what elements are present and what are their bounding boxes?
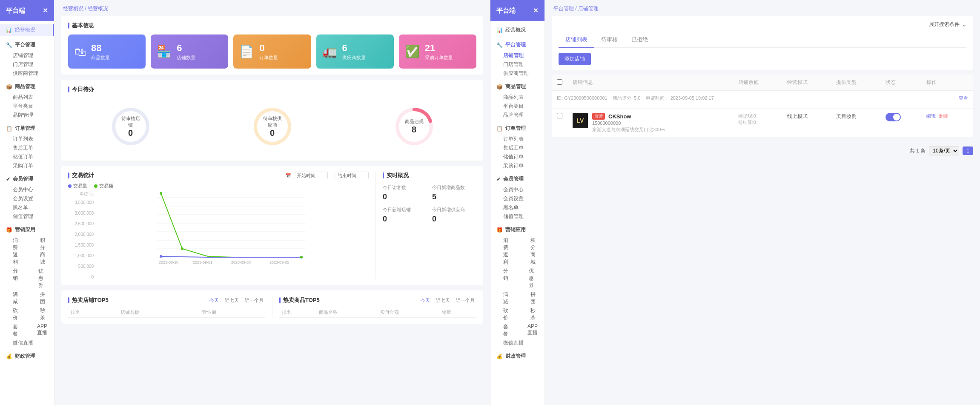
sidebar-item-meal[interactable]: 套餐 — [3, 322, 24, 339]
sidebar-item-brand[interactable]: 品牌管理 — [3, 111, 54, 120]
right-sidebar-item-bargain[interactable]: 砍价 — [494, 306, 518, 322]
store-del-btn[interactable]: 删除 — [939, 113, 948, 119]
right-sidebar-item-points-mall[interactable]: 积分商城 — [521, 236, 545, 267]
right-sidebar-item-meal[interactable]: 套餐 — [494, 322, 515, 339]
goods-tab-today[interactable]: 今天 — [419, 297, 432, 304]
right-sidebar-item-platform-cat[interactable]: 平台类目 — [494, 102, 544, 111]
right-sidebar-item-stored-value[interactable]: 储值管理 — [494, 212, 544, 221]
hot-stores-section: 热卖店铺TOP5 今天 近七天 近一个月 排名 店铺名称 营业额 — [68, 296, 265, 318]
col-mode: 经营模式 — [782, 75, 831, 91]
store-edit-btn[interactable]: 编辑 — [926, 113, 936, 119]
store-status-toggle[interactable] — [885, 113, 901, 121]
right-sidebar-item-store-mgmt[interactable]: 店铺管理 — [494, 51, 544, 60]
search-toggle-btn[interactable]: 展开搜索条件 ⌄ — [929, 21, 966, 28]
orders-label: 订单数量 — [259, 55, 278, 61]
goods-tab-1m[interactable]: 近一个月 — [454, 297, 476, 304]
right-panel: 平台端 ✕ 📊 经营概况 🔧 平台管理 店铺管理 门店管理 供应商管理 — [490, 0, 980, 405]
sidebar-item-member-center[interactable]: 会员中心 — [3, 185, 54, 194]
sidebar-item-points-mall[interactable]: 积分商城 — [31, 236, 54, 267]
sidebar-item-stored-value[interactable]: 储值管理 — [3, 212, 54, 221]
page-btn-1[interactable]: 1 — [963, 146, 973, 155]
right-sidebar-item-supplier-mgmt[interactable]: 供应商管理 — [494, 69, 544, 78]
nav-section-order: 📋 订单管理 订单列表 售后工单 储值订单 采购订单 — [0, 122, 54, 170]
suppliers-stat-info: 6 供应商数量 — [342, 43, 366, 61]
sidebar-item-app-live[interactable]: APP直播 — [28, 322, 54, 339]
sidebar-item-wechat-live[interactable]: 微信直播 — [3, 339, 54, 348]
left-nav: 📊 经营概况 🔧 平台管理 店铺管理 门店管理 供应商管理 📦 — [0, 21, 54, 366]
right-sidebar-item-blacklist[interactable]: 黑名单 — [494, 203, 544, 212]
right-sidebar-item-wechat-live[interactable]: 微信直播 — [494, 339, 544, 348]
tab-rejected[interactable]: 已拒绝 — [625, 32, 655, 48]
sidebar-item-aftersale[interactable]: 售后工单 — [3, 144, 54, 152]
right-sidebar-item-cashback[interactable]: 消费返利 — [494, 236, 518, 267]
right-breadcrumb-current[interactable]: 店铺管理 — [578, 6, 599, 11]
right-sidebar-item-app-live[interactable]: APP直播 — [518, 322, 544, 339]
right-sidebar-item-member-setting[interactable]: 会员设置 — [494, 194, 544, 203]
sidebar-item-bargain[interactable]: 砍价 — [3, 306, 27, 322]
legend-trade-amt: 交易额 — [94, 183, 113, 189]
right-order-subs: 订单列表 售后工单 储值订单 采购订单 — [490, 135, 544, 170]
sidebar-item-platform-cat[interactable]: 平台类目 — [3, 102, 54, 111]
tab-store-list[interactable]: 店铺列表 — [559, 32, 594, 48]
sidebar-item-flash-sale[interactable]: 秒杀 — [31, 306, 54, 322]
store-row-checkbox[interactable] — [557, 113, 562, 118]
sidebar-item-member-setting[interactable]: 会员设置 — [3, 194, 54, 203]
right-sidebar-item-shop-mgmt[interactable]: 门店管理 — [494, 60, 544, 69]
right-sidebar-item-flash-sale[interactable]: 秒杀 — [521, 306, 545, 322]
chart-header: 交易统计 📅 - — [68, 172, 369, 179]
svg-point-21 — [181, 247, 183, 250]
left-collapse-icon[interactable]: ✕ — [43, 7, 48, 14]
goods-col-amount: 实付金额 — [378, 307, 439, 318]
order-subs: 订单列表 售后工单 储值订单 采购订单 — [0, 135, 54, 170]
select-all-checkbox[interactable] — [557, 79, 562, 85]
right-sidebar-item-brand[interactable]: 品牌管理 — [494, 111, 544, 120]
stores-tab-today[interactable]: 今天 — [208, 297, 221, 304]
date-start-input[interactable] — [294, 172, 328, 179]
sidebar-item-full-discount[interactable]: 满减 — [3, 290, 27, 306]
left-main: 经营概况 / 经营概况 基本信息 🛍 88 商品数量 🏪 6 — [54, 0, 490, 405]
right-sidebar-item-overview[interactable]: 📊 经营概况 — [490, 24, 544, 36]
store-id-label: ID: — [557, 95, 564, 101]
legend-amt-label: 交易额 — [99, 183, 113, 189]
right-sidebar-item-group-buy[interactable]: 拼团 — [521, 290, 545, 306]
sidebar-item-order-list[interactable]: 订单列表 — [3, 135, 54, 144]
page-size-select[interactable]: 10条/页 20条/页 — [929, 146, 959, 155]
sidebar-item-store-mgmt[interactable]: 店铺管理 — [3, 51, 54, 60]
sidebar-item-distribution[interactable]: 分销 — [3, 267, 26, 290]
goods-subs: 商品列表 平台类目 品牌管理 — [0, 93, 54, 120]
right-sidebar-item-order-list[interactable]: 订单列表 — [494, 135, 544, 144]
right-sidebar-item-goods-list[interactable]: 商品列表 — [494, 93, 544, 102]
right-collapse-icon[interactable]: ✕ — [533, 7, 539, 14]
sidebar-item-stored-order[interactable]: 储值订单 — [3, 152, 54, 161]
breadcrumb-current[interactable]: 经营概况 — [88, 6, 108, 11]
right-sidebar-item-coupon[interactable]: 优惠券 — [519, 267, 544, 290]
todo-circle-store-label: 待审核店铺 0 — [120, 115, 141, 138]
sidebar-item-cashback[interactable]: 消费返利 — [3, 236, 27, 267]
date-end-input[interactable] — [335, 172, 369, 179]
hot-stores-time-tabs: 今天 近七天 近一个月 — [208, 297, 265, 304]
right-sidebar-item-purchase-order[interactable]: 采购订单 — [494, 161, 544, 170]
sidebar-item-overview[interactable]: 📊 经营概况 — [0, 24, 54, 36]
right-sidebar-item-aftersale[interactable]: 售后工单 — [494, 144, 544, 152]
right-sidebar-header: 平台端 ✕ — [490, 0, 544, 21]
stat-stores: 🏪 6 店铺数量 — [151, 34, 228, 69]
right-sidebar-item-distribution[interactable]: 分销 — [494, 267, 516, 290]
sidebar-item-coupon[interactable]: 优惠券 — [29, 267, 54, 290]
right-sidebar-item-stored-order[interactable]: 储值订单 — [494, 152, 544, 161]
right-sidebar-item-member-center[interactable]: 会员中心 — [494, 185, 544, 194]
add-store-button[interactable]: 添加店铺 — [559, 53, 591, 65]
right-nav-section-finance: 💰 财政管理 — [490, 350, 544, 362]
sidebar-item-purchase-order[interactable]: 采购订单 — [3, 161, 54, 170]
stores-tab-7d[interactable]: 近七天 — [223, 297, 241, 304]
store-action-view[interactable]: 查看 — [959, 95, 968, 101]
sidebar-item-supplier-mgmt[interactable]: 供应商管理 — [3, 69, 54, 78]
svg-text:2023-09-05: 2023-09-05 — [269, 260, 289, 264]
right-sidebar-item-full-discount[interactable]: 满减 — [494, 290, 518, 306]
stores-tab-1m[interactable]: 近一个月 — [243, 297, 265, 304]
sidebar-item-group-buy[interactable]: 拼团 — [31, 290, 54, 306]
sidebar-item-shop-mgmt[interactable]: 门店管理 — [3, 60, 54, 69]
tab-pending-review[interactable]: 待审核 — [594, 32, 625, 48]
sidebar-item-blacklist[interactable]: 黑名单 — [3, 203, 54, 212]
sidebar-item-goods-list[interactable]: 商品列表 — [3, 93, 54, 102]
goods-tab-7d[interactable]: 近七天 — [434, 297, 452, 304]
